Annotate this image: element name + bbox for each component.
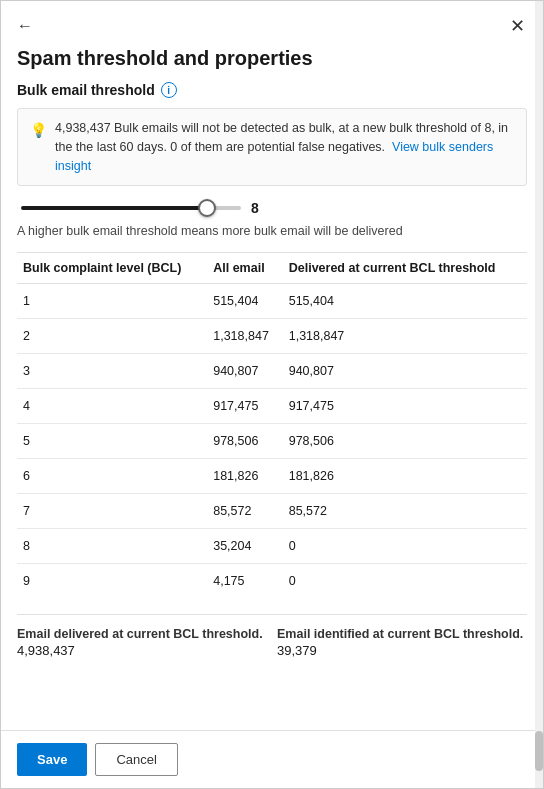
slider-description: A higher bulk email threshold means more… [17,224,527,238]
table-row: 4 917,475 917,475 [17,389,527,424]
summary-left-value: 4,938,437 [17,643,267,658]
cell-bcl: 1 [17,284,207,319]
table-row: 9 4,175 0 [17,564,527,599]
panel-footer: Save Cancel [1,730,543,788]
table-row: 8 35,204 0 [17,529,527,564]
slider-row: 8 [17,200,527,216]
cell-bcl: 7 [17,494,207,529]
scrollbar-thumb[interactable] [535,731,543,771]
cell-bcl: 3 [17,354,207,389]
cell-bcl: 2 [17,319,207,354]
cell-bcl: 9 [17,564,207,599]
spam-threshold-panel: ← ✕ Spam threshold and properties Bulk e… [0,0,544,789]
cell-delivered: 0 [283,529,527,564]
cell-bcl: 4 [17,389,207,424]
cell-all-email: 35,204 [207,529,282,564]
table-row: 3 940,807 940,807 [17,354,527,389]
save-button[interactable]: Save [17,743,87,776]
bulk-email-threshold-label: Bulk email threshold [17,82,155,98]
slider-value: 8 [251,200,259,216]
summary-right: Email identified at current BCL threshol… [277,627,527,658]
cell-delivered: 181,826 [283,459,527,494]
cell-all-email: 85,572 [207,494,282,529]
table-row: 6 181,826 181,826 [17,459,527,494]
summary-right-value: 39,379 [277,643,527,658]
table-row: 1 515,404 515,404 [17,284,527,319]
cell-all-email: 978,506 [207,424,282,459]
panel-header: ← ✕ [1,1,543,47]
summary-right-label: Email identified at current BCL threshol… [277,627,527,641]
summary-row: Email delivered at current BCL threshold… [17,614,527,658]
col-delivered: Delivered at current BCL threshold [283,253,527,284]
cell-delivered: 1,318,847 [283,319,527,354]
back-button[interactable]: ← [17,15,39,37]
cell-bcl: 8 [17,529,207,564]
panel-body: Bulk email threshold i 💡 4,938,437 Bulk … [1,82,543,730]
table-row: 7 85,572 85,572 [17,494,527,529]
close-button[interactable]: ✕ [508,13,527,39]
cell-all-email: 181,826 [207,459,282,494]
cell-delivered: 940,807 [283,354,527,389]
cell-all-email: 1,318,847 [207,319,282,354]
summary-left-label: Email delivered at current BCL threshold… [17,627,267,641]
cell-all-email: 917,475 [207,389,282,424]
table-row: 2 1,318,847 1,318,847 [17,319,527,354]
col-all-email: All email [207,253,282,284]
cell-bcl: 6 [17,459,207,494]
cell-delivered: 978,506 [283,424,527,459]
cell-bcl: 5 [17,424,207,459]
cell-all-email: 4,175 [207,564,282,599]
info-box: 💡 4,938,437 Bulk emails will not be dete… [17,108,527,186]
cell-delivered: 0 [283,564,527,599]
cell-delivered: 917,475 [283,389,527,424]
table-row: 5 978,506 978,506 [17,424,527,459]
scrollbar-track[interactable] [535,1,543,788]
cancel-button[interactable]: Cancel [95,743,177,776]
cell-delivered: 515,404 [283,284,527,319]
page-title: Spam threshold and properties [1,47,543,82]
cell-all-email: 940,807 [207,354,282,389]
info-icon[interactable]: i [161,82,177,98]
section-label: Bulk email threshold i [17,82,527,98]
cell-delivered: 85,572 [283,494,527,529]
col-bcl: Bulk complaint level (BCL) [17,253,207,284]
summary-left: Email delivered at current BCL threshold… [17,627,277,658]
cell-all-email: 515,404 [207,284,282,319]
bcl-table: Bulk complaint level (BCL) All email Del… [17,252,527,598]
bulb-icon: 💡 [30,120,47,141]
bulk-threshold-slider[interactable] [21,206,241,210]
info-text: 4,938,437 Bulk emails will not be detect… [55,119,514,175]
